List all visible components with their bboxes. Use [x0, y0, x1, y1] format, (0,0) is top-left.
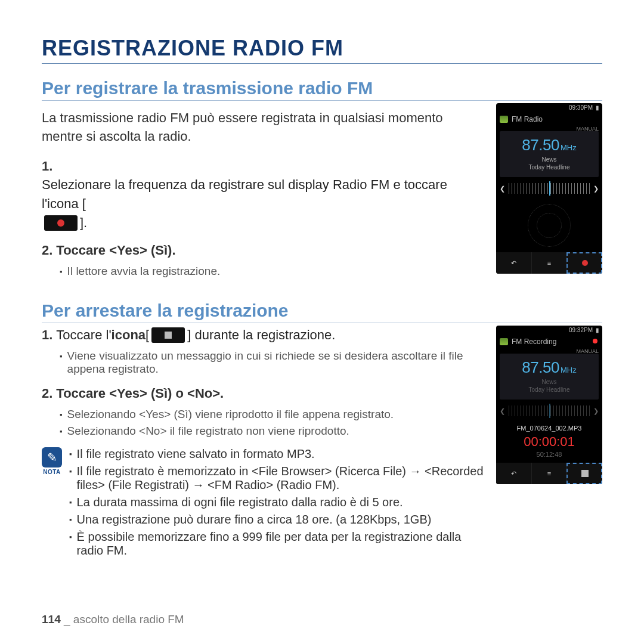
record-dot-icon [582, 260, 588, 266]
page-number: 114 [42, 613, 61, 626]
page-footer: 114 _ ascolto della radio FM [42, 613, 184, 626]
device2-elapsed: 00:00:01 [496, 434, 602, 450]
step-number: 1. [42, 157, 52, 176]
section2-sub3: Selezionando <No> il file registrato non… [60, 425, 485, 438]
device2-sub1: News [502, 378, 596, 386]
device1-title: FM Radio [512, 115, 543, 123]
chevron-left-icon: ❮ [500, 407, 505, 415]
device-screenshot-fm-recording: 09:32PM▮ FM Recording MANUAL 87.50MHz Ne… [496, 326, 602, 484]
device1-unit: MHz [561, 143, 577, 152]
device2-total: 50:12:48 [496, 451, 602, 458]
step-number: 2. [42, 241, 52, 260]
stop-button[interactable] [566, 463, 602, 484]
device2-title: FM Recording [512, 338, 556, 346]
page-title: REGISTRAZIONE RADIO FM [42, 36, 602, 64]
chevron-left-icon: ❮ [500, 185, 505, 193]
section1-sub1: Il lettore avvia la registrazione. [60, 265, 485, 278]
battery-icon: ▮ [596, 104, 599, 111]
stop-square-icon [165, 332, 172, 339]
device2-freq: 87.50 [522, 358, 559, 376]
device1-sub1: News [502, 156, 596, 163]
tuning-ticks [509, 183, 590, 194]
footer-sep: _ [61, 613, 73, 626]
back-button[interactable]: ↶ [496, 463, 531, 484]
recording-indicator-icon [593, 339, 597, 343]
menu-button[interactable]: ≡ [531, 463, 567, 484]
section2-heading: Per arrestare la registrazione [42, 301, 602, 323]
chevron-right-icon: ❯ [593, 407, 599, 415]
section2-sub1: Viene visualizzato un messaggio in cui s… [60, 349, 485, 376]
section1-step2: Toccare <Yes> (Sì). [56, 241, 175, 260]
chevron-right-icon: ❯ [593, 185, 599, 193]
section2-step1-b: icona [112, 326, 145, 345]
radio-icon [500, 338, 508, 345]
section2-step1-a: Toccare l' [56, 326, 111, 345]
note-1: Il file registrato viene salvato in form… [69, 447, 485, 461]
device2-sub2: Today Headline [502, 386, 596, 394]
note-label: NOTA [42, 469, 62, 475]
section1-step1-b: ]. [80, 213, 87, 233]
device1-manual: MANUAL [576, 126, 599, 132]
device-screenshot-fm-radio: 09:30PM▮ FM Radio MANUAL 87.50MHz NewsTo… [496, 103, 602, 274]
section1-heading: Per registrare la trasmissione radio FM [42, 78, 602, 101]
record-button[interactable] [566, 252, 602, 274]
battery-icon: ▮ [596, 327, 599, 333]
section2-step1-c: [ [145, 326, 149, 345]
footer-text: ascolto della radio FM [73, 613, 184, 626]
note-5: È possibile memorizzare fino a 999 file … [69, 530, 485, 558]
section1-intro: La trasmissione radio FM può essere regi… [42, 109, 485, 146]
record-icon-inline [44, 215, 78, 231]
step-number: 2. [42, 384, 52, 403]
device2-filename: FM_070624_002.MP3 [496, 425, 602, 432]
stop-square-icon [581, 470, 589, 477]
stop-icon-inline [151, 327, 185, 343]
device2-manual: MANUAL [576, 348, 599, 354]
note-3: La durata massima di ogni file registrat… [69, 496, 485, 509]
record-dot-icon [57, 219, 64, 227]
device2-unit: MHz [561, 366, 577, 374]
note-4: Una registrazione può durare fino a circ… [69, 513, 485, 527]
note-2: Il file registrato è memorizzato in <Fil… [69, 465, 485, 492]
section1-step1-a: Selezionare la frequenza da registrare s… [42, 175, 485, 213]
section2-sub2: Selezionando <Yes> (Sì) viene riprodotto… [60, 408, 485, 421]
step-number: 1. [42, 326, 52, 345]
device1-freq: 87.50 [522, 136, 559, 154]
preset-field [496, 199, 602, 252]
note-icon: ✎ [42, 447, 62, 467]
section2-step1-d: ] durante la registrazione. [187, 326, 335, 345]
back-button[interactable]: ↶ [496, 252, 531, 274]
device1-sub2: Today Headline [502, 163, 596, 171]
radio-icon [500, 116, 508, 123]
device2-time: 09:32PM [569, 327, 593, 333]
device1-time: 09:30PM [569, 104, 593, 111]
menu-button[interactable]: ≡ [531, 252, 567, 274]
section2-step2: Toccare <Yes> (Sì) o <No>. [56, 384, 224, 403]
tuning-ticks [509, 405, 590, 416]
